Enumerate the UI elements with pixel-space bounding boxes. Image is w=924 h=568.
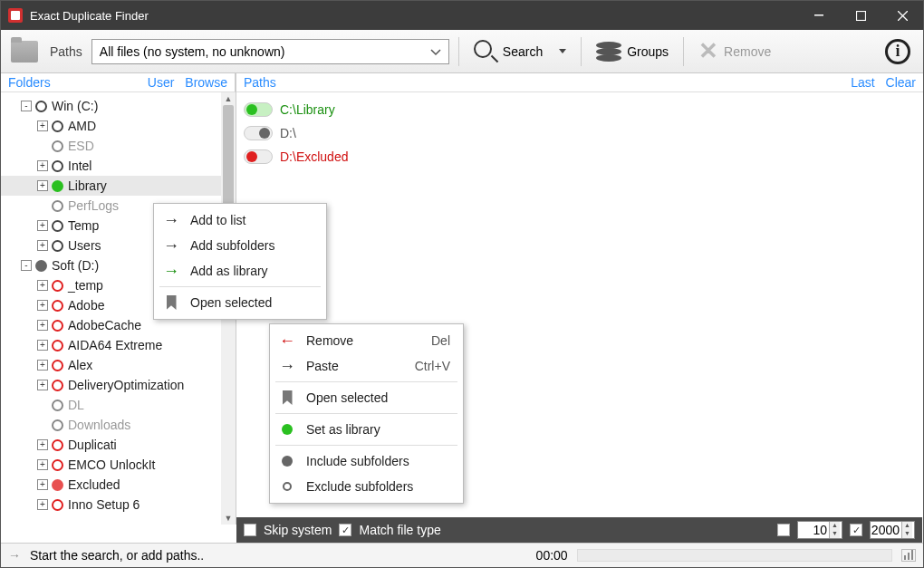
info-button[interactable]: i <box>880 35 916 68</box>
spin-up-icon[interactable]: ▲ <box>830 522 840 530</box>
number-input-2[interactable]: 2000 ▲▼ <box>870 521 915 539</box>
match-file-type-label: Match file type <box>359 523 440 537</box>
opt2-checkbox[interactable]: ✓ <box>850 524 862 536</box>
groups-button[interactable]: Groups <box>591 38 674 65</box>
menu-set-as-library[interactable]: Set as library <box>270 417 463 442</box>
tree-label: PerfLogs <box>68 198 119 213</box>
tree-row[interactable]: +Excluded <box>1 475 236 495</box>
groups-label: Groups <box>627 44 669 59</box>
expand-icon[interactable]: + <box>37 499 48 510</box>
menu-open-selected[interactable]: Open selected <box>154 290 326 315</box>
close-button[interactable] <box>881 1 923 30</box>
spin-down-icon[interactable]: ▼ <box>830 530 840 538</box>
path-row[interactable]: D:\ <box>244 121 916 145</box>
maximize-button[interactable] <box>840 1 881 30</box>
app-logo-icon <box>8 8 23 23</box>
path-toggle[interactable] <box>244 126 273 140</box>
ring-gray-icon <box>52 140 63 152</box>
ring-red-icon <box>52 380 63 391</box>
tree-row[interactable]: +Library <box>1 176 236 196</box>
menu-paste[interactable]: → Paste Ctrl+V <box>270 353 463 379</box>
expand-icon[interactable]: + <box>37 300 48 311</box>
expand-icon[interactable]: + <box>37 479 48 490</box>
browse-link[interactable]: Browse <box>185 75 227 90</box>
opt1-checkbox[interactable] <box>777 524 790 536</box>
folder-context-menu: → Add to list → Add subfolders → Add as … <box>153 203 327 320</box>
menu-remove[interactable]: ← Remove Del <box>270 328 463 353</box>
arrow-right-icon: → <box>279 357 295 376</box>
expand-icon[interactable]: + <box>37 240 48 251</box>
ring-red-icon <box>52 360 63 371</box>
tree-label: Soft (D:) <box>52 258 99 273</box>
tree-row[interactable]: +Duplicati <box>1 435 236 455</box>
ring-icon <box>52 220 63 232</box>
search-button[interactable]: Search <box>468 36 548 67</box>
expand-icon[interactable]: + <box>37 320 48 331</box>
tree-row[interactable]: +Alex <box>1 355 236 375</box>
bookmark-icon <box>279 390 295 405</box>
tree-label: Duplicati <box>68 438 117 452</box>
ring-red-icon <box>52 340 63 351</box>
match-file-type-checkbox[interactable]: ✓ <box>339 524 351 536</box>
scroll-up-icon[interactable]: ▲ <box>221 92 236 105</box>
filter-combo[interactable]: All files (no system, no unknown) <box>91 39 449 64</box>
search-dropdown-caret[interactable] <box>559 49 566 53</box>
menu-exclude-subfolders[interactable]: Exclude subfolders <box>270 474 463 499</box>
path-row[interactable]: D:\Excluded <box>244 145 916 168</box>
tree-row[interactable]: +Inno Setup 6 <box>1 495 236 515</box>
paths-list: C:\LibraryD:\D:\Excluded <box>236 92 923 174</box>
expand-icon[interactable]: + <box>37 459 48 470</box>
tree-row[interactable]: +Intel <box>1 156 236 176</box>
window-title: Exact Duplicate Finder <box>30 9 798 23</box>
user-link[interactable]: User <box>148 75 175 90</box>
spin-down-icon[interactable]: ▼ <box>902 530 912 538</box>
chart-icon[interactable] <box>901 549 916 562</box>
collapse-icon[interactable]: - <box>21 260 32 271</box>
ring-icon <box>52 160 63 172</box>
folders-title: Folders <box>8 75 51 90</box>
expand-icon[interactable]: + <box>37 180 48 191</box>
menu-add-as-library[interactable]: → Add as library <box>154 258 326 284</box>
menu-separator <box>159 286 321 287</box>
tree-row[interactable]: DL <box>1 395 236 415</box>
expand-icon[interactable]: + <box>37 220 48 231</box>
clear-link[interactable]: Clear <box>886 75 916 90</box>
menu-add-to-list[interactable]: → Add to list <box>154 207 326 233</box>
expander-placeholder <box>37 419 48 430</box>
tree-row[interactable]: Downloads <box>1 415 236 435</box>
tree-row[interactable]: -Win (C:) <box>1 96 236 116</box>
number-input-1[interactable]: 10 ▲▼ <box>797 521 842 539</box>
expand-icon[interactable]: + <box>37 120 48 131</box>
tree-row[interactable]: ESD <box>1 136 236 156</box>
expand-icon[interactable]: + <box>37 340 48 351</box>
menu-include-subfolders[interactable]: Include subfolders <box>270 448 463 474</box>
menu-open-selected-r[interactable]: Open selected <box>270 385 463 410</box>
filter-value: All files (no system, no unknown) <box>100 44 285 59</box>
menu-add-subfolders[interactable]: → Add subfolders <box>154 233 326 258</box>
last-link[interactable]: Last <box>851 75 874 90</box>
expand-icon[interactable]: + <box>37 380 48 390</box>
tree-row[interactable]: +AIDA64 Extreme <box>1 335 236 355</box>
menu-separator <box>275 413 457 414</box>
expand-icon[interactable]: + <box>37 160 48 171</box>
expand-icon[interactable]: + <box>37 360 48 371</box>
tree-row[interactable]: +DeliveryOptimization <box>1 375 236 395</box>
skip-system-checkbox[interactable] <box>244 524 256 536</box>
collapse-icon[interactable]: - <box>21 101 32 111</box>
path-row[interactable]: C:\Library <box>244 98 916 121</box>
spin-up-icon[interactable]: ▲ <box>902 522 912 530</box>
remove-button[interactable]: ✕ Remove <box>693 34 776 69</box>
path-toggle[interactable] <box>244 149 273 164</box>
path-toggle[interactable] <box>244 102 273 117</box>
paths-label: Paths <box>50 44 82 59</box>
expand-icon[interactable]: + <box>37 439 48 450</box>
tree-row[interactable]: +EMCO UnlockIt <box>1 455 236 475</box>
tree-row[interactable]: +AMD <box>1 116 236 136</box>
scroll-down-icon[interactable]: ▼ <box>221 512 236 525</box>
tree-label: Users <box>68 238 101 253</box>
minimize-button[interactable] <box>798 1 840 30</box>
expand-icon[interactable]: + <box>37 280 48 291</box>
dot-green-icon <box>279 424 295 435</box>
ring-gray-icon <box>52 200 63 212</box>
tree-label: Adobe <box>68 298 104 313</box>
